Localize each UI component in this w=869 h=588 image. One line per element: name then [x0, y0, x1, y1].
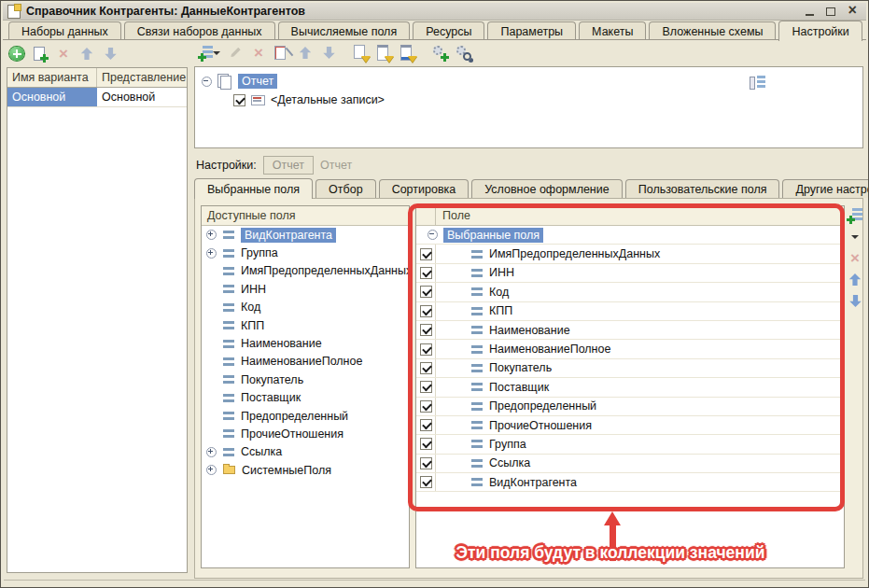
collapse-icon[interactable] [427, 230, 438, 240]
tab-selected-fields[interactable]: Выбранные поля [194, 178, 313, 199]
tab-resources[interactable]: Ресурсы [413, 21, 484, 40]
field-checkbox[interactable] [420, 343, 432, 356]
variant-move-up-button[interactable] [78, 46, 95, 62]
edit-structure-element-button[interactable] [227, 45, 244, 61]
available-field-row[interactable]: Поставщик [202, 389, 409, 407]
selected-field-row[interactable]: НаименованиеПолное [416, 340, 844, 358]
field-label: КПП [489, 304, 512, 317]
column-presentation[interactable]: Представление [97, 68, 187, 87]
tab-templates[interactable]: Макеты [579, 21, 646, 40]
field-checkbox[interactable] [420, 324, 432, 336]
field-checkbox[interactable] [420, 400, 432, 413]
add-field-button[interactable] [847, 207, 863, 223]
tab-other-settings[interactable]: Другие настройки [782, 179, 869, 198]
available-field-row[interactable]: Группа [202, 244, 409, 261]
close-icon [848, 5, 856, 18]
available-field-row[interactable]: КПП [202, 316, 409, 334]
tab-nested-schemas[interactable]: Вложенные схемы [649, 21, 776, 40]
restore-button[interactable] [824, 5, 837, 18]
column-variant-name[interactable]: Имя варианта [7, 68, 97, 87]
field-checkbox[interactable] [420, 267, 432, 279]
settings-wizard-button[interactable] [273, 45, 290, 61]
field-checkbox[interactable] [420, 362, 432, 374]
add-variant-button[interactable] [8, 46, 25, 62]
expand-icon[interactable] [206, 230, 217, 240]
tab-calculated-fields[interactable]: Вычисляемые поля [278, 21, 411, 40]
available-field-row[interactable]: Код [202, 299, 409, 316]
available-field-row[interactable]: СистемныеПоля [202, 461, 409, 479]
tab-conditional-appearance[interactable]: Условное оформление [471, 179, 622, 198]
field-checkbox[interactable] [420, 305, 432, 317]
available-field-row[interactable]: ИмяПредопределенныхДанных [202, 262, 409, 280]
field-checkbox[interactable] [420, 438, 432, 450]
available-field-row[interactable]: ИНН [202, 280, 409, 298]
field-checkbox[interactable] [420, 286, 432, 298]
delete-field-button[interactable] [847, 250, 863, 266]
tab-label: Макеты [592, 25, 633, 38]
field-checkbox[interactable] [420, 381, 432, 393]
tab-label: Другие настройки [795, 183, 869, 196]
checkbox-cell [416, 321, 436, 339]
field-checkbox[interactable] [420, 248, 432, 260]
selected-field-row[interactable]: ПрочиеОтношения [416, 416, 844, 435]
selected-field-row[interactable]: Код [416, 283, 844, 301]
available-field-row[interactable]: НаименованиеПолное [202, 353, 409, 371]
load-settings-button[interactable] [376, 45, 393, 61]
selected-field-row[interactable]: ВидКонтрагента [416, 473, 844, 492]
tab-parameters[interactable]: Параметры [487, 21, 576, 40]
add-field-menu-button[interactable] [847, 229, 863, 245]
expand-icon[interactable] [206, 248, 217, 259]
field-checkbox[interactable] [420, 419, 432, 431]
copy-variant-button[interactable] [32, 46, 49, 62]
selected-field-row[interactable]: КПП [416, 302, 844, 321]
open-settings-button[interactable] [353, 45, 370, 61]
tab-data-sets[interactable]: Наборы данных [8, 21, 121, 40]
selected-field-row[interactable]: Покупатель [416, 359, 844, 378]
field-checkbox[interactable] [420, 457, 432, 469]
minimize-button[interactable] [803, 5, 816, 18]
delete-variant-button[interactable] [55, 46, 72, 62]
available-field-row[interactable]: Ссылка [202, 443, 409, 461]
tab-custom-fields[interactable]: Пользовательские поля [625, 179, 780, 198]
selected-field-row[interactable]: Ссылка [416, 455, 844, 473]
selected-field-row[interactable]: Предопределенный [416, 398, 844, 416]
selected-field-row[interactable]: Наименование [416, 321, 844, 340]
tree-node-detail-records[interactable]: <Детальные записи> [195, 91, 862, 109]
expand-icon[interactable] [206, 447, 217, 457]
available-field-row[interactable]: Наименование [202, 334, 409, 352]
selected-fields-group-row[interactable]: Выбранные поля [416, 226, 844, 245]
tab-data-set-links[interactable]: Связи наборов данных [124, 21, 275, 40]
report-settings-button[interactable]: Отчет [263, 156, 314, 175]
selected-field-row[interactable]: ИмяПредопределенныхДанных [416, 245, 844, 263]
delete-structure-element-button[interactable] [250, 45, 267, 61]
settings-tabs: Выбранные поля Отбор Сортировка Условное… [194, 177, 869, 198]
field-icon [223, 412, 234, 420]
available-field-row[interactable]: Покупатель [202, 371, 409, 388]
add-structure-element-button[interactable] [198, 45, 220, 61]
detail-records-checkbox[interactable] [233, 94, 245, 106]
available-field-row[interactable]: ПрочиеОтношения [202, 425, 409, 442]
selected-field-row[interactable]: ИНН [416, 264, 844, 283]
field-move-down-button[interactable] [847, 293, 863, 309]
tab-settings[interactable]: Настройки [778, 21, 862, 41]
variant-row[interactable]: Основной Основной [7, 88, 187, 107]
variant-move-down-button[interactable] [102, 46, 119, 62]
settings-constructor-button[interactable] [432, 45, 449, 61]
tab-filter[interactable]: Отбор [315, 179, 376, 198]
save-settings-button[interactable] [399, 45, 416, 61]
field-icon [471, 478, 483, 486]
settings-preview-button[interactable] [456, 45, 472, 61]
close-button[interactable] [846, 5, 859, 18]
available-field-row[interactable]: ВидКонтрагента [202, 226, 409, 244]
field-checkbox[interactable] [420, 476, 432, 488]
field-icon [471, 345, 483, 354]
tab-sorting[interactable]: Сортировка [379, 179, 470, 198]
selected-field-row[interactable]: Поставщик [416, 378, 844, 397]
collapse-icon[interactable] [202, 77, 212, 87]
expand-icon[interactable] [206, 465, 217, 475]
field-move-up-button[interactable] [847, 272, 863, 287]
structure-move-up-button[interactable] [297, 45, 314, 61]
available-field-row[interactable]: Предопределенный [202, 407, 409, 425]
structure-move-down-button[interactable] [320, 45, 337, 61]
selected-field-row[interactable]: Группа [416, 435, 844, 454]
